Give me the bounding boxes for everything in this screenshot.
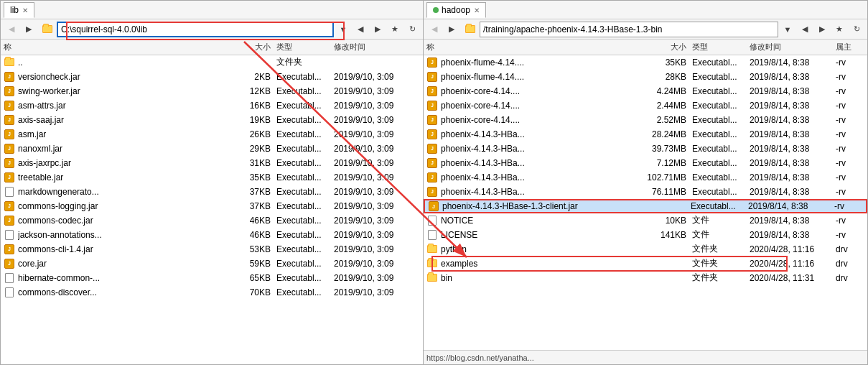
- file-size: 28.24MB: [635, 129, 692, 139]
- file-name: asm.jar: [18, 129, 219, 139]
- file-type: Executabl...: [276, 273, 334, 283]
- file-size: 26KB: [219, 129, 276, 139]
- left-folder-icon: [42, 25, 52, 33]
- left-file-row[interactable]: J asm-attrs.jar 16KB Executabl... 2019/9…: [1, 98, 423, 113]
- file-type: Executabl...: [692, 144, 750, 154]
- left-fwd-btn[interactable]: ▶: [21, 22, 37, 37]
- left-file-row[interactable]: J nanoxml.jar 29KB Executabl... 2019/9/1…: [1, 142, 423, 156]
- left-file-row[interactable]: J asm.jar 26KB Executabl... 2019/9/10, 3…: [1, 127, 423, 142]
- file-name: core.jar: [18, 259, 219, 269]
- left-file-row[interactable]: .. 文件夹: [1, 55, 423, 70]
- right-file-list: J phoenix-flume-4.14.... 35KB Executabl.…: [424, 55, 867, 350]
- right-file-row[interactable]: J phoenix-core-4.14.... 2.44MB Executabl…: [424, 98, 867, 113]
- file-name: phoenix-flume-4.14....: [441, 72, 635, 82]
- file-name: versioncheck.jar: [18, 72, 219, 82]
- right-file-row[interactable]: J phoenix-4.14.3-HBa... 28.24MB Executab…: [424, 127, 867, 142]
- right-file-row[interactable]: J phoenix-flume-4.14.... 35KB Executabl.…: [424, 55, 867, 70]
- left-file-row[interactable]: J axis-saaj.jar 19KB Executabl... 2019/9…: [1, 113, 423, 127]
- left-bookmark-btn[interactable]: ★: [387, 22, 403, 37]
- file-name: nanoxml.jar: [18, 144, 219, 154]
- file-size: 76.11MB: [635, 187, 692, 197]
- file-perms: -rv: [836, 115, 864, 125]
- right-file-row[interactable]: J phoenix-4.14.3-HBa... 102.71MB Executa…: [424, 170, 867, 185]
- right-file-row[interactable]: J phoenix-4.14.3-HBa... 7.12MB Executabl…: [424, 156, 867, 170]
- right-tab-close[interactable]: ✕: [474, 6, 480, 14]
- left-file-row[interactable]: J commons-codec.jar 46KB Executabl... 20…: [1, 213, 423, 228]
- left-file-row[interactable]: J treetable.jar 35KB Executabl... 2019/9…: [1, 170, 423, 185]
- right-fwd-btn[interactable]: ▶: [444, 22, 459, 37]
- file-perms: -rv: [836, 101, 864, 111]
- file-type: Executabl...: [692, 187, 750, 197]
- left-address-bar[interactable]: [57, 22, 334, 37]
- left-file-row[interactable]: J commons-cli-1.4.jar 53KB Executabl... …: [1, 242, 423, 257]
- file-type: Executabl...: [276, 244, 334, 254]
- file-mtime: 2019/8/14, 8:38: [750, 101, 836, 111]
- file-perms: -rv: [836, 172, 864, 182]
- left-nav-btn2[interactable]: ▶: [370, 22, 386, 37]
- left-refresh-btn[interactable]: ↻: [404, 22, 420, 37]
- file-type: Executabl...: [276, 144, 334, 154]
- right-file-row[interactable]: NOTICE 10KB 文件 2019/8/14, 8:38 -rv: [424, 213, 867, 228]
- file-name: swing-worker.jar: [18, 86, 219, 96]
- right-file-row[interactable]: J phoenix-core-4.14.... 4.24MB Executabl…: [424, 84, 867, 98]
- right-refresh-btn[interactable]: ↻: [849, 22, 864, 37]
- right-file-row[interactable]: LICENSE 141KB 文件 2019/8/14, 8:38 -rv: [424, 228, 867, 242]
- right-dropdown-btn[interactable]: ▼: [780, 22, 795, 37]
- file-perms: -rv: [834, 201, 863, 211]
- left-tab-close[interactable]: ✕: [22, 6, 28, 14]
- file-perms: -rv: [836, 230, 864, 240]
- file-mtime: 2019/8/14, 8:38: [748, 201, 834, 211]
- file-size: 19KB: [219, 115, 276, 125]
- right-bookmark-btn[interactable]: ★: [831, 22, 847, 37]
- right-file-row[interactable]: J phoenix-4.14.3-HBa... 39.73MB Executab…: [424, 142, 867, 156]
- file-size: 29KB: [219, 144, 276, 154]
- left-file-row[interactable]: commons-discover... 70KB Executabl... 20…: [1, 285, 423, 300]
- left-dropdown-btn[interactable]: ▼: [335, 22, 351, 37]
- left-col-mtime: 修改时间: [334, 42, 420, 52]
- right-nav-btn1[interactable]: ◀: [797, 22, 813, 37]
- right-file-row[interactable]: J phoenix-core-4.14.... 2.52MB Executabl…: [424, 113, 867, 127]
- right-file-row[interactable]: J phoenix-4.14.3-HBa... 76.11MB Executab…: [424, 185, 867, 199]
- left-nav-btn1[interactable]: ◀: [353, 22, 368, 37]
- left-file-row[interactable]: J axis-jaxrpc.jar 31KB Executabl... 2019…: [1, 156, 423, 170]
- file-type: Executabl...: [692, 172, 750, 182]
- left-file-row[interactable]: J versioncheck.jar 2KB Executabl... 2019…: [1, 70, 423, 84]
- left-file-list: .. 文件夹 J versioncheck.jar 2KB Executabl.…: [1, 55, 423, 364]
- file-name: asm-attrs.jar: [18, 101, 219, 111]
- right-tab[interactable]: hadoop ✕: [426, 2, 486, 18]
- right-file-row[interactable]: J phoenix-4.14.3-HBase-1.3-client.jar Ex…: [424, 199, 867, 213]
- left-file-row[interactable]: jackson-annotations... 46KB Executabl...…: [1, 228, 423, 242]
- right-file-row[interactable]: bin 文件夹 2020/4/28, 11:31 drv: [424, 271, 867, 285]
- file-type: Executabl...: [276, 115, 334, 125]
- file-mtime: 2020/4/28, 11:16: [750, 259, 836, 269]
- file-name: axis-saaj.jar: [18, 115, 219, 125]
- left-back-btn[interactable]: ◀: [4, 22, 19, 37]
- left-file-row[interactable]: J swing-worker.jar 12KB Executabl... 201…: [1, 84, 423, 98]
- left-tab[interactable]: lib ✕: [4, 2, 34, 18]
- right-col-size: 大小: [635, 42, 692, 52]
- right-nav-btn2[interactable]: ▶: [814, 22, 830, 37]
- left-file-row[interactable]: markdowngenerato... 37KB Executabl... 20…: [1, 185, 423, 199]
- file-mtime: 2019/9/10, 3:09: [334, 144, 420, 154]
- file-perms: -rv: [836, 129, 864, 139]
- file-type: Executabl...: [692, 86, 750, 96]
- file-mtime: 2019/9/10, 3:09: [334, 101, 420, 111]
- left-file-row[interactable]: hibernate-common-... 65KB Executabl... 2…: [1, 271, 423, 285]
- file-name: jackson-annotations...: [18, 230, 219, 240]
- right-file-row[interactable]: J phoenix-flume-4.14.... 28KB Executabl.…: [424, 70, 867, 84]
- left-tab-bar: lib ✕: [1, 1, 423, 19]
- file-type: Executabl...: [276, 172, 334, 182]
- right-file-row[interactable]: examples 文件夹 2020/4/28, 11:16 drv: [424, 257, 867, 271]
- right-back-btn[interactable]: ◀: [426, 22, 442, 37]
- right-file-row[interactable]: python 文件夹 2020/4/28, 11:16 drv: [424, 242, 867, 257]
- file-type: Executabl...: [276, 287, 334, 297]
- file-mtime: 2019/9/10, 3:09: [334, 172, 420, 182]
- left-toolbar: ◀ ▶ ▼ ◀ ▶ ★ ↻: [1, 19, 423, 40]
- file-name: examples: [441, 259, 635, 269]
- left-file-row[interactable]: J commons-logging.jar 37KB Executabl... …: [1, 199, 423, 213]
- file-name: phoenix-4.14.3-HBa...: [441, 144, 635, 154]
- file-name: NOTICE: [441, 216, 635, 226]
- left-file-row[interactable]: J core.jar 59KB Executabl... 2019/9/10, …: [1, 257, 423, 271]
- file-mtime: 2020/4/28, 11:16: [750, 244, 836, 254]
- right-address-bar[interactable]: [480, 22, 778, 37]
